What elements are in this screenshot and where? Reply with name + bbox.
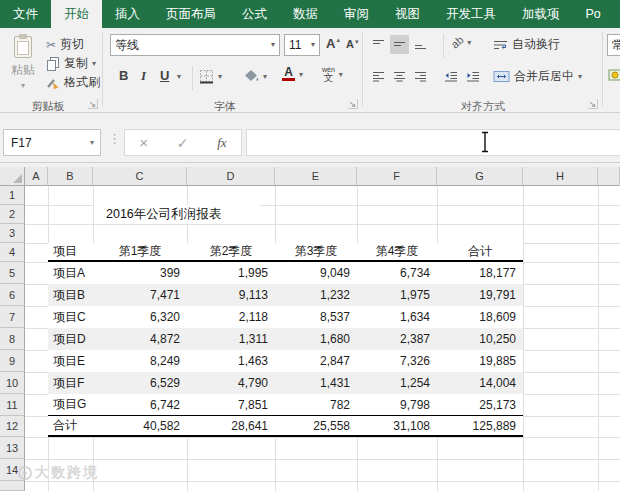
- table-cell[interactable]: 31,108: [357, 416, 437, 435]
- table-cell[interactable]: 18,177: [437, 262, 523, 284]
- table-cell[interactable]: 399: [93, 262, 187, 284]
- table-header-cell[interactable]: 项目: [48, 243, 93, 260]
- phonetic-guide-button[interactable]: wén 文 ▾: [322, 66, 343, 83]
- phonetic-dropdown-icon[interactable]: ▾: [339, 70, 343, 79]
- enter-button[interactable]: ✓: [177, 135, 189, 151]
- table-cell[interactable]: 1,431: [275, 372, 357, 394]
- number-partial-button[interactable]: [608, 68, 620, 82]
- fill-color-button[interactable]: ▾: [244, 69, 267, 83]
- table-cell[interactable]: 1,680: [275, 328, 357, 350]
- table-cell[interactable]: 7,851: [187, 394, 275, 415]
- underline-button[interactable]: U: [160, 68, 169, 83]
- tab-home[interactable]: 开始: [51, 0, 102, 28]
- merge-center-button[interactable]: 合并后居中 ▾: [493, 68, 582, 85]
- table-cell[interactable]: 2,118: [187, 306, 275, 328]
- table-cell[interactable]: 合计: [48, 416, 93, 435]
- copy-dropdown-icon[interactable]: ▾: [92, 59, 96, 68]
- column-header-c[interactable]: C: [93, 167, 187, 186]
- table-header-cell[interactable]: 第2季度: [187, 243, 275, 260]
- table-cell[interactable]: 125,889: [437, 416, 523, 435]
- column-header-f[interactable]: F: [357, 167, 437, 186]
- table-cell[interactable]: 9,798: [357, 394, 437, 415]
- table-cell[interactable]: 14,004: [437, 372, 523, 394]
- wrap-text-button[interactable]: 自动换行: [493, 36, 560, 53]
- name-box-dropdown-icon[interactable]: ▾: [84, 138, 100, 147]
- table-cell[interactable]: 18,609: [437, 306, 523, 328]
- formula-bar-resize-handle[interactable]: ⋮: [108, 131, 121, 146]
- table-cell[interactable]: 7,471: [93, 284, 187, 306]
- table-cell[interactable]: 25,558: [275, 416, 357, 435]
- table-cell[interactable]: 1,311: [187, 328, 275, 350]
- table-cell[interactable]: 项目C: [48, 306, 93, 328]
- table-cell[interactable]: 项目F: [48, 372, 93, 394]
- table-cell[interactable]: 7,326: [357, 350, 437, 372]
- table-cell[interactable]: 项目A: [48, 262, 93, 284]
- table-cell[interactable]: 6,742: [93, 394, 187, 415]
- table-cell[interactable]: 8,249: [93, 350, 187, 372]
- borders-button[interactable]: ▾: [199, 69, 222, 84]
- table-cell[interactable]: 项目D: [48, 328, 93, 350]
- column-header-d[interactable]: D: [187, 167, 275, 186]
- clipboard-dialog-launcher[interactable]: ↘: [88, 99, 98, 109]
- orientation-dropdown-icon[interactable]: ▾: [467, 38, 471, 47]
- table-cell[interactable]: 4,872: [93, 328, 187, 350]
- font-size-dropdown-icon[interactable]: ▾: [311, 35, 315, 55]
- name-box[interactable]: F17 ▾: [3, 129, 101, 156]
- table-cell[interactable]: 19,791: [437, 284, 523, 306]
- table-cell[interactable]: 1,975: [357, 284, 437, 306]
- underline-dropdown-icon[interactable]: ▾: [177, 72, 181, 81]
- table-cell[interactable]: 8,537: [275, 306, 357, 328]
- align-center-button[interactable]: [390, 67, 409, 86]
- table-cell[interactable]: 项目E: [48, 350, 93, 372]
- table-header-cell[interactable]: 第3季度: [275, 243, 357, 260]
- table-cell[interactable]: 2,387: [357, 328, 437, 350]
- paste-button[interactable]: 粘贴 ▾: [4, 33, 42, 97]
- font-color-dropdown-icon[interactable]: ▾: [299, 70, 303, 79]
- alignment-dialog-launcher[interactable]: ↘: [588, 99, 598, 109]
- align-left-button[interactable]: [369, 67, 388, 86]
- format-painter-button[interactable]: 格式刷: [46, 74, 100, 91]
- tab-add-ins[interactable]: 加载项: [509, 0, 573, 28]
- column-header-e[interactable]: E: [275, 167, 357, 186]
- font-name-dropdown-icon[interactable]: ▾: [271, 35, 275, 55]
- insert-function-button[interactable]: fx: [217, 135, 226, 151]
- table-cell[interactable]: 19,885: [437, 350, 523, 372]
- paste-dropdown-icon[interactable]: ▾: [21, 81, 25, 90]
- table-cell[interactable]: 25,173: [437, 394, 523, 415]
- table-cell[interactable]: 6,529: [93, 372, 187, 394]
- grow-font-button[interactable]: A ▴: [326, 36, 340, 51]
- report-title-cell[interactable]: 2016年公司利润报表: [94, 205, 260, 224]
- align-right-button[interactable]: [411, 67, 430, 86]
- orientation-button[interactable]: ab ▾: [451, 36, 471, 48]
- align-top-button[interactable]: [369, 35, 388, 54]
- column-header-g[interactable]: G: [437, 167, 523, 186]
- tab-review[interactable]: 审阅: [331, 0, 382, 28]
- shrink-font-button[interactable]: A ▾: [346, 38, 358, 50]
- borders-dropdown-icon[interactable]: ▾: [218, 72, 222, 81]
- bold-button[interactable]: B: [119, 68, 128, 83]
- align-middle-button[interactable]: [390, 35, 409, 54]
- table-cell[interactable]: 9,049: [275, 262, 357, 284]
- cut-button[interactable]: ✂ 剪切: [46, 36, 84, 53]
- font-size-combo[interactable]: 11 ▾: [284, 34, 320, 56]
- table-cell[interactable]: 项目B: [48, 284, 93, 306]
- italic-button[interactable]: I: [141, 68, 146, 84]
- cancel-button[interactable]: ×: [139, 134, 148, 151]
- tab-view[interactable]: 视图: [382, 0, 433, 28]
- merge-center-dropdown-icon[interactable]: ▾: [578, 72, 582, 81]
- table-cell[interactable]: 28,641: [187, 416, 275, 435]
- table-cell[interactable]: 1,463: [187, 350, 275, 372]
- table-cell[interactable]: 6,734: [357, 262, 437, 284]
- select-all-button[interactable]: [0, 167, 25, 186]
- tab-formulas[interactable]: 公式: [229, 0, 280, 28]
- table-header-cell[interactable]: 第1季度: [93, 243, 187, 260]
- decrease-indent-button[interactable]: [441, 67, 460, 86]
- tab-insert[interactable]: 插入: [102, 0, 153, 28]
- table-header-cell[interactable]: 第4季度: [357, 243, 437, 260]
- fill-color-dropdown-icon[interactable]: ▾: [263, 72, 267, 81]
- table-cell[interactable]: 1,995: [187, 262, 275, 284]
- column-header-h[interactable]: H: [523, 167, 598, 186]
- font-color-button[interactable]: A ▾: [282, 67, 303, 81]
- table-header-cell[interactable]: 合计: [437, 243, 523, 260]
- table-cell[interactable]: 40,582: [93, 416, 187, 435]
